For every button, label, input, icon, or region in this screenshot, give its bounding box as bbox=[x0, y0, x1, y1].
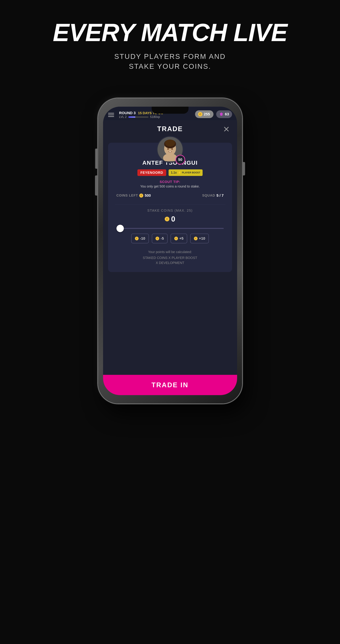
menu-line3 bbox=[108, 116, 114, 117]
quick-btn-minus5-label: -5 bbox=[161, 236, 164, 241]
team-tag: FEYENOORD bbox=[137, 170, 166, 176]
screen-content: TRADE bbox=[103, 120, 237, 395]
menu-icon[interactable] bbox=[108, 113, 114, 117]
slider-container[interactable] bbox=[115, 226, 225, 230]
hero-subtitle-line1: STUDY PLAYERS FORM AND bbox=[114, 52, 226, 60]
coin-badge: C 255 bbox=[195, 110, 214, 118]
trade-in-button[interactable]: TRADE IN bbox=[103, 375, 237, 395]
player-card-area: 50 ANTEF TSOUNGUI FEYENOORD 1.1x ⚡ PLAYE… bbox=[103, 136, 237, 375]
phone-notch bbox=[152, 107, 189, 114]
quick-buttons: C -10 C -5 C +5 bbox=[131, 234, 209, 243]
stats-row: COINS LEFT C 500 SQUAD 5 / 7 bbox=[115, 193, 225, 198]
svg-point-4 bbox=[165, 140, 175, 146]
squad-value: 5 / 7 bbox=[217, 193, 224, 198]
phone-device: ROUND 3 15 DAYS TO GO LVL 2 5180xp bbox=[95, 92, 246, 410]
hero-subtitle: STUDY PLAYERS FORM AND STAKE YOUR COINS. bbox=[114, 52, 226, 72]
stake-number: 0 bbox=[171, 215, 175, 223]
quick-btn-plus10[interactable]: C +10 bbox=[190, 234, 209, 243]
svg-point-5 bbox=[167, 148, 169, 150]
coins-left-label: COINS LEFT bbox=[116, 194, 138, 198]
points-formula-line1: STAKED COINS X PLAYER BOOST bbox=[143, 256, 197, 260]
gem-icon bbox=[219, 112, 224, 116]
close-button[interactable] bbox=[222, 125, 230, 133]
gem-badge: 63 bbox=[216, 110, 232, 118]
quick-btn-minus10-label: -10 bbox=[140, 236, 145, 241]
scout-tip: SCOUT TIP: You only get 500 coins a roun… bbox=[140, 180, 200, 188]
hero-title: EVERY MATCH LIVE bbox=[53, 20, 287, 45]
level-label: LVL 2 bbox=[119, 115, 127, 119]
menu-line2 bbox=[108, 114, 114, 115]
player-score-badge: 50 bbox=[175, 155, 185, 164]
coin-icon: C bbox=[198, 112, 202, 116]
hero-subtitle-line2: STAKE YOUR COINS. bbox=[129, 62, 211, 70]
player-avatar-wrap: 50 bbox=[157, 136, 183, 163]
coins-left-value: 500 bbox=[145, 193, 151, 198]
quick-btn-plus5-label: +5 bbox=[179, 236, 183, 241]
quick-btn-minus5[interactable]: C -5 bbox=[152, 234, 168, 243]
gem-value: 63 bbox=[225, 112, 229, 116]
squad-label: SQUAD bbox=[202, 194, 215, 198]
xp-label: 5180xp bbox=[150, 115, 160, 119]
trade-title: TRADE bbox=[157, 125, 183, 133]
points-calc-title: Your points will be calculated: bbox=[143, 250, 197, 254]
trade-header: TRADE bbox=[103, 120, 237, 136]
coins-left-stat: COINS LEFT C 500 bbox=[116, 193, 151, 198]
coins-left-icon: C bbox=[139, 194, 143, 198]
stake-coin-icon: C bbox=[165, 217, 169, 221]
stake-value-row: C 0 bbox=[165, 215, 175, 223]
status-right: C 255 63 bbox=[195, 110, 232, 118]
points-formula: STAKED COINS X PLAYER BOOST X DEVELOPMEN… bbox=[143, 255, 197, 265]
squad-stat: SQUAD 5 / 7 bbox=[202, 193, 224, 198]
score-number: 50 bbox=[178, 158, 182, 162]
round-label: ROUND 3 bbox=[119, 111, 136, 115]
quick-btn-plus10-label: +10 bbox=[199, 236, 205, 241]
quick-btn-plus5-icon: C bbox=[174, 237, 178, 240]
scout-tip-text: You only get 500 coins a round to stake. bbox=[140, 184, 200, 188]
player-tags: FEYENOORD 1.1x ⚡ PLAYER BOOST bbox=[137, 170, 203, 176]
svg-marker-0 bbox=[220, 112, 223, 116]
svg-point-6 bbox=[171, 148, 173, 150]
stake-slider[interactable] bbox=[116, 228, 224, 229]
points-formula-line2: X DEVELOPMENT bbox=[156, 261, 184, 265]
menu-line1 bbox=[108, 113, 114, 114]
boost-tag: 1.1x ⚡ PLAYER BOOST bbox=[169, 170, 203, 176]
stake-label: STAKE COINS (MAX. 25) bbox=[147, 209, 193, 212]
trade-in-text: TRADE IN bbox=[151, 381, 189, 388]
phone-screen: ROUND 3 15 DAYS TO GO LVL 2 5180xp bbox=[103, 107, 237, 395]
scout-tip-label: SCOUT TIP: bbox=[140, 180, 200, 184]
coin-value: 255 bbox=[204, 112, 210, 116]
quick-btn-plus5[interactable]: C +5 bbox=[171, 234, 187, 243]
points-calc: Your points will be calculated: STAKED C… bbox=[143, 250, 197, 265]
phone-outer-shell: ROUND 3 15 DAYS TO GO LVL 2 5180xp bbox=[98, 98, 242, 404]
quick-btn-minus10-icon: C bbox=[135, 237, 139, 240]
level-bar bbox=[128, 116, 148, 118]
quick-btn-minus5-icon: C bbox=[155, 237, 159, 240]
level-bar-fill bbox=[128, 116, 135, 118]
quick-btn-minus10[interactable]: C -10 bbox=[131, 234, 149, 243]
quick-btn-plus10-icon: C bbox=[194, 237, 198, 240]
